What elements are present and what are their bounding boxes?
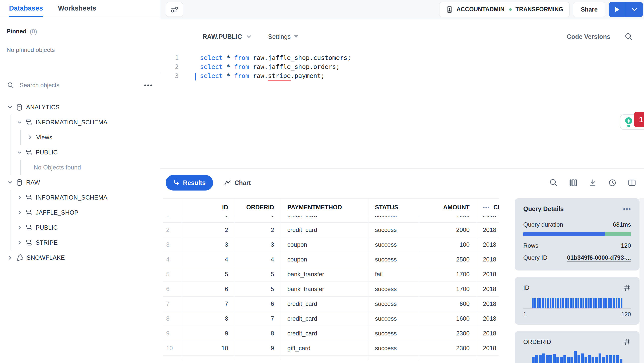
code-text[interactable]: select * from raw.jaffle_shop.customers; (200, 54, 351, 61)
table-cell[interactable]: 600 (419, 297, 476, 311)
table-cell[interactable]: 5 (235, 282, 281, 297)
table-cell[interactable] (419, 356, 476, 360)
table-cell[interactable]: 7 (182, 297, 235, 311)
column-header-id[interactable]: ID (182, 199, 235, 216)
chevron-right-icon[interactable] (17, 225, 23, 230)
tree-item-information-schema[interactable]: INFORMATION_SCHEMA (0, 115, 160, 130)
table-cell[interactable]: 7 (235, 311, 281, 326)
table-cell[interactable]: success (368, 297, 419, 311)
table-cell[interactable]: success (368, 326, 419, 341)
table-cell[interactable]: 100 (419, 237, 476, 252)
editor-search-icon[interactable] (624, 32, 633, 41)
table-cell[interactable]: coupon (281, 252, 368, 267)
results-table[interactable]: IDORDERIDPAYMENTMETHODSTATUSAMOUNTCREATE… (163, 198, 499, 360)
tree-item-views[interactable]: Views (0, 130, 160, 145)
table-cell[interactable]: 2018 (476, 282, 499, 297)
table-cell[interactable]: credit_card (281, 297, 368, 311)
tree-item-public[interactable]: PUBLIC (0, 145, 160, 160)
share-button[interactable]: Share (573, 2, 605, 17)
code-line-2[interactable]: 2select * from raw.jaffle_shop.orders; (160, 62, 644, 71)
tree-item-jaffle-shop[interactable]: JAFFLE_SHOP (0, 205, 160, 220)
tree-item-snowflake[interactable]: SNOWFLAKE (0, 250, 160, 265)
sidebar-more-icon[interactable] (144, 84, 152, 86)
table-cell[interactable]: credit_card (281, 326, 368, 341)
table-cell[interactable]: fail (368, 267, 419, 282)
code-line-1[interactable]: 1select * from raw.jaffle_shop.customers… (160, 53, 644, 62)
history-icon[interactable] (608, 178, 617, 187)
table-cell[interactable] (368, 356, 419, 360)
table-cell[interactable]: 1700 (419, 282, 476, 297)
table-cell[interactable]: 2018 (476, 341, 499, 356)
results-search-icon[interactable] (549, 178, 558, 187)
role-warehouse-selector[interactable]: ACCOUNTADMIN TRANSFORMING (439, 2, 570, 17)
suggestion-widget[interactable]: 1 (620, 114, 644, 130)
table-cell[interactable]: success (368, 223, 419, 237)
table-cell[interactable]: credit_card (281, 223, 368, 237)
table-cell[interactable] (235, 356, 281, 360)
chevron-down-icon[interactable] (7, 105, 13, 110)
table-row-clipped[interactable] (163, 356, 499, 360)
table-cell[interactable]: 9 (182, 326, 235, 341)
table-cell[interactable] (281, 356, 368, 360)
search-input[interactable]: Search objects (20, 82, 59, 89)
sql-editor[interactable]: 1select * from raw.jaffle_shop.customers… (160, 48, 644, 168)
table-cell[interactable]: 5 (235, 267, 281, 282)
table-cell[interactable]: 3 (235, 237, 281, 252)
settings-dropdown[interactable]: Settings (268, 33, 298, 40)
tab-chart[interactable]: Chart (224, 179, 251, 187)
table-cell[interactable]: 1 (235, 216, 281, 223)
table-cell[interactable]: credit_card (281, 311, 368, 326)
table-cell[interactable]: 10 (182, 341, 235, 356)
tab-results[interactable]: Results (166, 175, 213, 191)
code-line-3[interactable]: 3select * from raw.stripe.payment; (160, 71, 644, 80)
chevron-right-icon[interactable] (17, 240, 23, 245)
table-cell[interactable]: 2018 (476, 267, 499, 282)
database-schema-selector[interactable]: RAW.PUBLIC (203, 33, 252, 40)
table-cell[interactable]: 8 (182, 311, 235, 326)
table-cell[interactable] (476, 356, 499, 360)
table-cell[interactable]: gift_card (281, 341, 368, 356)
chevron-right-icon[interactable] (27, 135, 33, 140)
table-cell[interactable]: success (368, 311, 419, 326)
code-text[interactable]: select * from raw.jaffle_shop.orders; (200, 63, 340, 70)
table-cell[interactable]: coupon (281, 237, 368, 252)
tree-item-information-schema[interactable]: INFORMATION_SCHEMA (0, 190, 160, 205)
column-header-paymentmethod[interactable]: PAYMENTMETHOD (281, 199, 368, 216)
table-cell[interactable]: success (368, 252, 419, 267)
run-options-button[interactable] (626, 2, 643, 17)
table-cell[interactable]: bank_transfer (281, 267, 368, 282)
table-cell[interactable]: 2 (235, 223, 281, 237)
table-cell[interactable]: bank_transfer (281, 282, 368, 297)
table-row-clipped[interactable]: 111credit_cardsuccess10002018 (163, 216, 499, 223)
split-view-icon[interactable] (627, 178, 636, 187)
table-cell[interactable]: 1 (182, 216, 235, 223)
tab-worksheets[interactable]: Worksheets (58, 0, 96, 17)
query-id-link[interactable]: 01b349f6-0000-d793-... (567, 254, 631, 261)
table-row[interactable]: 887credit_cardsuccess16002018 (163, 311, 499, 326)
column-menu-icon[interactable] (483, 206, 489, 208)
code-versions-link[interactable]: Code Versions (567, 33, 610, 40)
chevron-right-icon[interactable] (17, 195, 23, 200)
chevron-right-icon[interactable] (17, 210, 23, 215)
tree-item-stripe[interactable]: STRIPE (0, 235, 160, 250)
table-row[interactable]: 10109gift_cardsuccess23002018 (163, 341, 499, 356)
table-row[interactable]: 998credit_cardsuccess23002018 (163, 326, 499, 341)
table-cell[interactable]: 6 (182, 282, 235, 297)
id-histogram[interactable] (523, 297, 631, 308)
table-cell[interactable]: 2018 (476, 297, 499, 311)
table-cell[interactable]: 2300 (419, 326, 476, 341)
table-row[interactable]: 222credit_cardsuccess20002018 (163, 223, 499, 237)
table-cell[interactable]: 2018 (476, 326, 499, 341)
table-cell[interactable] (182, 356, 235, 360)
table-row[interactable]: 555bank_transferfail17002018 (163, 267, 499, 282)
chevron-down-icon[interactable] (7, 180, 13, 185)
table-cell[interactable]: 2000 (419, 223, 476, 237)
table-row[interactable]: 444couponsuccess25002018 (163, 252, 499, 267)
table-cell[interactable]: success (368, 282, 419, 297)
table-cell[interactable]: 3 (182, 237, 235, 252)
table-cell[interactable]: 1600 (419, 311, 476, 326)
table-cell[interactable]: credit_card (281, 216, 368, 223)
chevron-down-icon[interactable] (17, 120, 23, 125)
table-cell[interactable]: 2018 (476, 237, 499, 252)
table-cell[interactable]: 8 (235, 326, 281, 341)
